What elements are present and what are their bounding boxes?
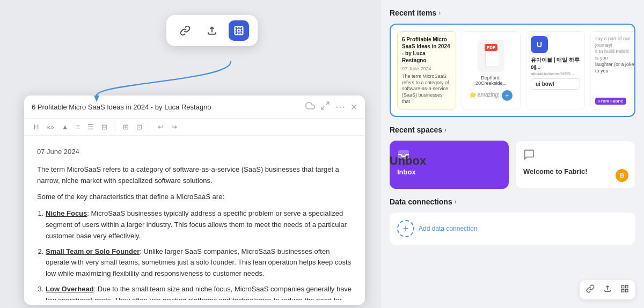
- bottom-toolbar: [580, 280, 635, 299]
- svg-rect-7: [625, 285, 628, 288]
- expand-icon[interactable]: [320, 101, 330, 113]
- toolbar-list[interactable]: ≡: [74, 122, 83, 132]
- document-list: Niche Focus: MicroSaaS businesses typica…: [37, 208, 352, 300]
- toolbar-heading[interactable]: H: [32, 122, 41, 132]
- list-item-1-title: Niche Focus: [46, 209, 87, 217]
- recent-items-header: Recent items ›: [390, 9, 635, 17]
- document-paragraph-1: The term MicroSaaS refers to a category …: [37, 164, 352, 187]
- fabric-line-3: it to build Fabric: [595, 49, 635, 54]
- svg-rect-8: [621, 289, 624, 292]
- list-item-3: Low Overhead: Due to the small team size…: [46, 284, 352, 300]
- toolbar-media[interactable]: ⊡: [134, 122, 144, 132]
- fabric-line-5: laughter (or a joke): [595, 62, 635, 67]
- recent-item-korean[interactable]: U 유아이볼 | 매일 하루에... uibowl.io/name/%ED...…: [526, 31, 585, 109]
- list-item-2: Small Team or Solo Founder: Unlike large…: [46, 246, 352, 280]
- toolbar-divider2: [150, 123, 150, 131]
- bottom-upload-icon[interactable]: [603, 284, 612, 295]
- recent-item-pdf[interactable]: PDF Deptford-20Creekside... 🌟 amazing! +: [462, 31, 521, 109]
- link-tool-button[interactable]: [175, 20, 195, 41]
- bottom-link-icon[interactable]: [586, 284, 595, 295]
- recent-spaces-arrow[interactable]: ›: [444, 126, 447, 134]
- toolbar-divider: [115, 123, 115, 131]
- bottom-grid-icon[interactable]: [620, 284, 629, 295]
- welcome-badge: B: [616, 169, 628, 182]
- fabric-badge: From Fabric: [595, 98, 626, 105]
- data-connections-card: + Add data connection: [390, 212, 635, 245]
- svg-rect-1: [235, 27, 243, 35]
- unbox-tool-button[interactable]: [229, 20, 249, 41]
- pdf-badge: PDF: [485, 44, 497, 51]
- data-connections-arrow[interactable]: ›: [455, 198, 457, 206]
- recent-items-card: 6 Profitable Micro SaaS Ideas in 2024 - …: [390, 24, 635, 117]
- add-connection-label: Add data connection: [419, 225, 477, 232]
- more-icon[interactable]: ⋯: [335, 101, 345, 113]
- fabric-line-6: to you: [595, 68, 635, 74]
- uibowl-button[interactable]: ui bowl: [531, 78, 580, 90]
- toolbar-table[interactable]: ⊞: [121, 122, 131, 132]
- toolbar-quote[interactable]: «»: [44, 122, 56, 132]
- document-header: 6 Profitable Micro SaaS Ideas in 2024 - …: [24, 96, 365, 119]
- toolbar-undo[interactable]: ↩: [156, 122, 166, 132]
- upload-tool-button[interactable]: [202, 20, 222, 41]
- korean-avatar: U: [531, 36, 548, 53]
- document-header-icons: ⋯ ✕: [305, 101, 357, 113]
- svg-rect-9: [625, 289, 628, 292]
- floating-toolbar: [166, 15, 258, 46]
- data-connections-title: Data connections: [390, 197, 452, 206]
- korean-title: 유아이볼 | 매일 하루에...: [531, 56, 580, 71]
- toolbar-ordered-list[interactable]: ☰: [85, 122, 96, 132]
- pdf-icon: PDF: [478, 40, 504, 72]
- fabric-line-1: say a part of our: [595, 36, 635, 41]
- list-item-2-title: Small Team or Solo Founder: [46, 247, 140, 255]
- close-icon[interactable]: ✕: [350, 102, 357, 112]
- data-connections-header: Data connections ›: [390, 197, 635, 206]
- pdf-label: Deptford-20Creekside...: [466, 75, 516, 86]
- svg-line-2: [326, 102, 329, 105]
- korean-url: uibowl.io/name/%ED...: [531, 71, 580, 76]
- fabric-line-4: is you: [595, 55, 635, 61]
- article-title: 6 Profitable Micro SaaS Ideas in 2024 - …: [402, 36, 451, 64]
- toolbar-triangle[interactable]: ▲: [60, 122, 71, 132]
- welcome-icon: [523, 149, 627, 163]
- left-area: 6 Profitable Micro SaaS Ideas in 2024 - …: [0, 0, 376, 308]
- document-date: 07 June 2024: [37, 146, 352, 158]
- svg-rect-6: [621, 285, 624, 288]
- article-snippet: The term MicroSaaS refers to a category …: [402, 74, 451, 105]
- document-panel: 6 Profitable Micro SaaS Ideas in 2024 - …: [24, 96, 365, 305]
- article-date: 07 June 2024: [402, 66, 451, 71]
- add-connection-button[interactable]: + Add data connection: [397, 220, 628, 237]
- document-paragraph-2: Some of the key characteristics that def…: [37, 192, 352, 203]
- document-content: 07 June 2024 The term MicroSaaS refers t…: [24, 136, 365, 300]
- pdf-tag: 🌟 amazing!: [470, 92, 499, 98]
- pdf-add-button[interactable]: +: [502, 90, 513, 101]
- welcome-label: Welcome to Fabric!: [523, 167, 627, 175]
- welcome-space[interactable]: Welcome to Fabric! B: [515, 141, 635, 189]
- cloud-icon[interactable]: [305, 101, 315, 113]
- recent-items-title: Recent items: [390, 9, 436, 17]
- document-toolbar: H «» ▲ ≡ ☰ ⊟ ⊞ ⊡ ↩ ↪: [24, 119, 365, 136]
- list-item-1-text: : MicroSaaS businesses typically address…: [46, 209, 347, 240]
- recent-item-fabric[interactable]: say a part of our journey! it to build F…: [590, 31, 635, 109]
- fabric-line-2: journey!: [595, 42, 635, 48]
- unbox-label: Unbox: [376, 129, 440, 193]
- document-title: 6 Profitable Micro SaaS Ideas in 2024 - …: [32, 103, 301, 111]
- list-item-1: Niche Focus: MicroSaaS businesses typica…: [46, 208, 352, 241]
- add-connection-circle: +: [397, 220, 414, 237]
- list-item-3-title: Low Overhead: [46, 285, 94, 293]
- recent-items-arrow[interactable]: ›: [438, 9, 441, 17]
- svg-line-3: [321, 107, 324, 109]
- recent-item-article[interactable]: 6 Profitable Micro SaaS Ideas in 2024 - …: [397, 31, 456, 109]
- toolbar-grid1[interactable]: ⊟: [99, 122, 109, 132]
- toolbar-redo[interactable]: ↪: [169, 122, 179, 132]
